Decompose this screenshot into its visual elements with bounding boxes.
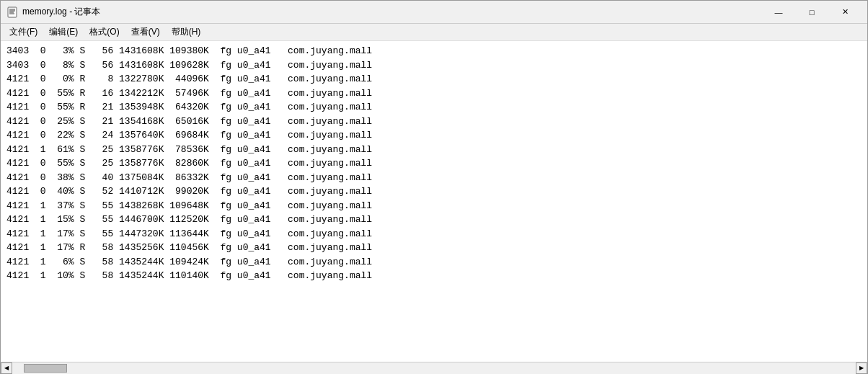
menu-bar: 文件(F) 编辑(E) 格式(O) 查看(V) 帮助(H): [1, 24, 867, 41]
window-controls: — □ ✕: [762, 1, 862, 24]
menu-file[interactable]: 文件(F): [4, 25, 43, 40]
close-button[interactable]: ✕: [828, 1, 862, 24]
scroll-right-button[interactable]: ▶: [856, 362, 867, 374]
maximize-button[interactable]: □: [795, 1, 828, 24]
menu-view[interactable]: 查看(V): [125, 25, 166, 40]
scrollbar-thumb[interactable]: [24, 364, 67, 373]
window-title: memory.log - 记事本: [22, 6, 762, 18]
title-bar: memory.log - 记事本 — □ ✕: [1, 1, 867, 24]
app-icon: [6, 6, 18, 18]
scroll-left-button[interactable]: ◀: [1, 362, 12, 374]
menu-edit[interactable]: 编辑(E): [43, 25, 84, 40]
text-editor[interactable]: 3403 0 3% S 56 1431608K 109380K fg u0_a4…: [1, 41, 867, 362]
main-window: memory.log - 记事本 — □ ✕ 文件(F) 编辑(E) 格式(O)…: [0, 0, 868, 374]
horizontal-scrollbar[interactable]: ◀ ▶: [1, 362, 867, 373]
minimize-button[interactable]: —: [762, 1, 795, 24]
menu-help[interactable]: 帮助(H): [166, 25, 207, 40]
scrollbar-track: [12, 362, 856, 374]
menu-format[interactable]: 格式(O): [84, 25, 125, 40]
content-area: 3403 0 3% S 56 1431608K 109380K fg u0_a4…: [1, 41, 867, 362]
